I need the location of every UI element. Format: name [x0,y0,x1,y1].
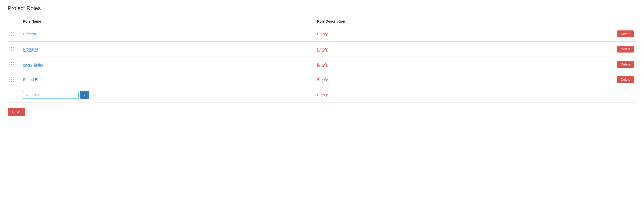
role-desc-cell: Empty [317,77,611,82]
action-cell: Delete [611,46,636,53]
action-col-header [611,19,636,23]
new-row-empty-text: Empty [317,93,328,97]
new-role-input[interactable] [23,91,79,99]
role-desc-header: Role Description [317,19,611,23]
role-empty-text: Empty [317,32,328,36]
role-name-header: Role Name [23,19,317,23]
table-row: Video EditorEmptyDelete [8,57,636,72]
role-name-cell: Video Editor [23,62,317,67]
role-desc-cell: Empty [317,62,611,67]
action-cell: Delete [611,30,636,37]
role-name-link[interactable]: Director [23,32,36,36]
action-cell: Delete [611,76,636,83]
role-empty-text: Empty [317,62,328,67]
action-cell: Delete [611,61,636,68]
delete-button[interactable]: Delete [617,61,634,68]
delete-button[interactable]: Delete [617,76,634,83]
role-name-link[interactable]: Producer [23,47,38,52]
x-icon [94,93,97,97]
new-row-input-group [23,91,317,99]
role-empty-text: Empty [317,47,328,52]
table-row: Sound EditorEmptyDelete [8,72,636,87]
cancel-new-role-button[interactable] [91,91,100,99]
table-row: DirectorEmptyDelete [8,26,636,42]
role-name-cell: Sound Editor [23,77,317,82]
role-desc-cell: Empty [317,32,611,36]
role-empty-text: Empty [317,77,328,82]
page-title: Project Roles [8,5,636,12]
roles-table: Role Name Role Description DirectorEmpty… [8,17,636,103]
delete-button[interactable]: Delete [617,30,634,37]
role-name-link[interactable]: Sound Editor [23,77,45,82]
save-button[interactable]: Save [8,108,25,116]
checkmark-icon [83,93,86,97]
new-row-desc-cell: Empty [317,93,611,97]
drag-handle[interactable] [8,47,23,52]
delete-button[interactable]: Delete [617,46,634,53]
role-name-link[interactable]: Video Editor [23,62,43,67]
table-row: ProducerEmptyDelete [8,42,636,57]
drag-handle[interactable] [8,62,23,67]
drag-handle[interactable] [8,77,23,82]
table-header: Role Name Role Description [8,17,636,26]
role-name-cell: Producer [23,47,317,52]
confirm-new-role-button[interactable] [80,91,89,99]
drag-col-header [8,19,23,23]
drag-handle[interactable] [8,32,23,36]
table-rows: DirectorEmptyDeleteProducerEmptyDeleteVi… [8,26,636,87]
role-desc-cell: Empty [317,47,611,52]
new-role-row: Empty [8,87,636,103]
role-name-cell: Director [23,32,317,36]
save-section: Save [8,108,636,116]
